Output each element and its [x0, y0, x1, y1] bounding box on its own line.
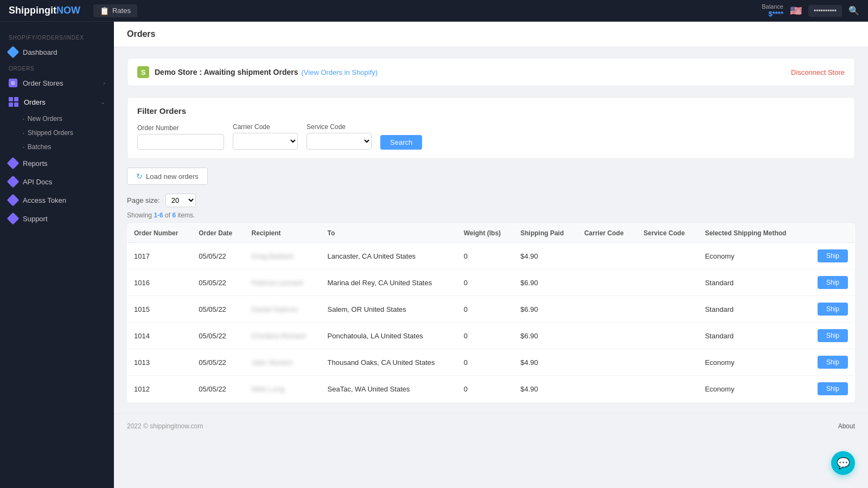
cell-shipping-method: Economy — [698, 376, 805, 402]
rates-tab-label: Rates — [112, 7, 131, 15]
cell-order-number: 1015 — [127, 296, 193, 323]
api-docs-label: API Docs — [23, 178, 52, 186]
sidebar-item-access-token[interactable]: Access Token — [0, 191, 114, 209]
col-action — [805, 224, 854, 243]
cell-to: Marina del Rey, CA United States — [321, 269, 457, 296]
cell-shipping-paid: $6.90 — [514, 269, 578, 296]
cell-service-code — [637, 296, 698, 323]
disconnect-store-button[interactable]: Disconnect Store — [791, 68, 845, 76]
order-number-group: Order Number — [137, 124, 224, 150]
topnav-right: Balance $**** 🇺🇸 •••••••••• 🔍 — [762, 3, 859, 18]
cell-weight: 0 — [457, 296, 514, 323]
access-token-label: Access Token — [23, 196, 66, 204]
ship-button[interactable]: Ship — [818, 303, 848, 316]
rates-tab[interactable]: 📋 Rates — [93, 4, 137, 17]
cell-to: Salem, OR United States — [321, 296, 457, 323]
cell-weight: 0 — [457, 349, 514, 376]
shopify-icon: S — [137, 66, 149, 78]
footer: 2022 © shippingitnow.com About — [114, 413, 868, 439]
cell-action: Ship — [805, 349, 854, 376]
sidebar-item-order-stores[interactable]: ⊞ Order Stores › — [0, 74, 114, 92]
table-row: 1013 05/05/22 Jake Stanton Thousand Oaks… — [127, 349, 855, 376]
view-orders-link[interactable]: (View Orders in Shopify) — [302, 68, 378, 76]
sidebar-item-support[interactable]: Support — [0, 209, 114, 228]
table-head: Order Number Order Date Recipient To Wei… — [127, 224, 855, 243]
ship-button[interactable]: Ship — [818, 249, 848, 262]
order-stores-chevron: › — [103, 80, 105, 86]
dashboard-icon — [7, 46, 20, 59]
service-code-select[interactable] — [307, 133, 372, 150]
sidebar-item-new-orders[interactable]: New Orders — [23, 112, 114, 126]
cell-recipient: Daniel Salerno — [245, 296, 321, 323]
cell-to: Ponchatoula, LA United States — [321, 323, 457, 349]
search-button[interactable]: Search — [380, 135, 422, 150]
reports-icon — [7, 157, 20, 170]
breadcrumb: SHOPIFY/ORDERS/INDEX — [0, 30, 114, 43]
page-size-select[interactable]: 20 10 50 100 — [165, 194, 196, 207]
load-btn-label: Load new orders — [146, 172, 199, 181]
cell-order-number: 1012 — [127, 376, 193, 402]
cell-shipping-paid: $4.90 — [514, 349, 578, 376]
cell-service-code — [637, 376, 698, 402]
user-badge[interactable]: •••••••••• — [808, 5, 842, 17]
order-number-input[interactable] — [137, 134, 224, 150]
ship-button[interactable]: Ship — [818, 276, 848, 289]
carrier-code-group: Carrier Code — [233, 123, 298, 150]
support-icon — [7, 213, 20, 225]
copyright: 2022 © shippingitnow.com — [127, 422, 203, 430]
sidebar-item-shipped-orders[interactable]: Shipped Orders — [23, 126, 114, 140]
orders-submenu: New Orders Shipped Orders Batches — [0, 112, 114, 154]
about-link[interactable]: About — [838, 422, 855, 430]
col-order-date: Order Date — [192, 224, 245, 243]
col-shipping-paid: Shipping Paid — [514, 224, 578, 243]
orders-table: Order Number Order Date Recipient To Wei… — [127, 223, 855, 402]
sidebar-item-dashboard[interactable]: Dashboard — [0, 43, 114, 61]
order-stores-icon: ⊞ — [9, 79, 17, 87]
balance-label: Balance — [762, 3, 783, 10]
main-content: Orders S Demo Store : Awaiting shipment … — [114, 22, 868, 488]
orders-chevron: ⌄ — [100, 99, 105, 106]
load-new-orders-button[interactable]: ↻ Load new orders — [127, 168, 208, 185]
cell-weight: 0 — [457, 323, 514, 349]
col-shipping-method: Selected Shipping Method — [698, 224, 805, 243]
cell-carrier-code — [578, 349, 637, 376]
cell-service-code — [637, 269, 698, 296]
cell-recipient: Christina Richard — [245, 323, 321, 349]
sidebar-item-batches[interactable]: Batches — [23, 140, 114, 154]
batches-label: Batches — [28, 143, 51, 151]
refresh-icon: ↻ — [136, 172, 143, 181]
cell-shipping-paid: $6.90 — [514, 296, 578, 323]
cell-service-code — [637, 349, 698, 376]
cell-carrier-code — [578, 296, 637, 323]
content-area: S Demo Store : Awaiting shipment Orders … — [114, 47, 868, 413]
ship-button[interactable]: Ship — [818, 382, 848, 395]
sidebar-item-orders[interactable]: Orders ⌄ — [0, 92, 114, 112]
page-title: Orders — [127, 29, 855, 39]
cell-shipping-paid: $4.90 — [514, 243, 578, 269]
app-logo: ShippingitNOW — [9, 5, 80, 16]
carrier-code-select[interactable] — [233, 133, 298, 150]
cell-shipping-method: Standard — [698, 296, 805, 323]
sidebar-item-reports[interactable]: Reports — [0, 154, 114, 172]
table-row: 1012 05/05/22 Nikki Long SeaTac, WA Unit… — [127, 376, 855, 402]
sidebar-item-api-docs[interactable]: API Docs — [0, 172, 114, 191]
cell-order-number: 1017 — [127, 243, 193, 269]
rates-tab-icon: 📋 — [100, 7, 109, 15]
cell-service-code — [637, 323, 698, 349]
chat-bubble[interactable]: 💬 — [831, 451, 855, 475]
order-number-label: Order Number — [137, 124, 224, 132]
search-icon[interactable]: 🔍 — [848, 5, 859, 16]
carrier-code-label: Carrier Code — [233, 123, 298, 131]
cell-recipient: Jake Stanton — [245, 349, 321, 376]
access-token-icon — [7, 194, 20, 207]
filter-section: Filter Orders Order Number Carrier Code … — [127, 97, 855, 159]
col-carrier-code: Carrier Code — [578, 224, 637, 243]
col-order-number: Order Number — [127, 224, 193, 243]
ship-button[interactable]: Ship — [818, 329, 848, 342]
ship-button[interactable]: Ship — [818, 356, 848, 369]
dashboard-label: Dashboard — [23, 48, 58, 56]
balance-value: $**** — [762, 10, 783, 18]
top-navigation: ShippingitNOW 📋 Rates Balance $**** 🇺🇸 •… — [0, 0, 868, 22]
main-layout: SHOPIFY/ORDERS/INDEX Dashboard ORDERS ⊞ … — [0, 22, 868, 488]
filter-title: Filter Orders — [137, 106, 845, 115]
